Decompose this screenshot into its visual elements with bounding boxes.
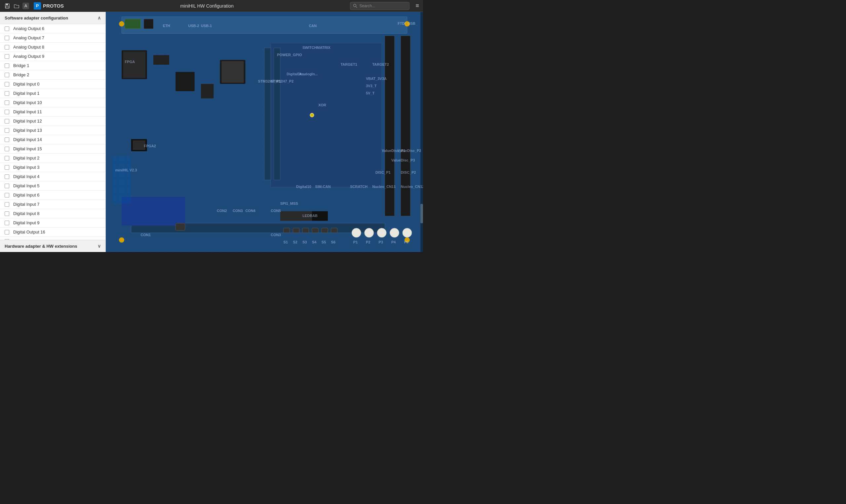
svg-rect-1 xyxy=(6,4,8,5)
sidebar-item-label: Digital Output 16 xyxy=(13,230,45,234)
sidebar-item-label: Bridge 2 xyxy=(13,72,29,77)
sidebar-item[interactable]: Analog Output 6 xyxy=(0,24,105,33)
sidebar-item-label: Digital Input 13 xyxy=(13,128,42,133)
search-box[interactable] xyxy=(350,2,409,10)
sidebar-checkbox[interactable] xyxy=(5,202,9,207)
sidebar-checkbox[interactable] xyxy=(5,147,9,151)
sidebar-checkbox[interactable] xyxy=(5,110,9,114)
software-section-header[interactable]: Software adapter configuration ∧ xyxy=(0,12,105,24)
sidebar-checkbox[interactable] xyxy=(5,138,9,142)
svg-point-43 xyxy=(377,228,386,237)
search-input[interactable] xyxy=(359,4,405,8)
sidebar-item-label: Digital Input 2 xyxy=(13,156,40,161)
sidebar-item-label: Digital Input 7 xyxy=(13,202,40,207)
sidebar-checkbox[interactable] xyxy=(5,221,9,225)
svg-rect-46 xyxy=(112,156,131,204)
sidebar-checkbox[interactable] xyxy=(5,211,9,216)
sidebar-item[interactable]: Digital Input 5 xyxy=(0,181,105,191)
sidebar-checkbox[interactable] xyxy=(5,128,9,133)
sidebar-checkbox[interactable] xyxy=(5,193,9,198)
sidebar-checkbox[interactable] xyxy=(5,230,9,234)
svg-rect-20 xyxy=(385,36,394,216)
sidebar-item[interactable]: Digital Input 3 xyxy=(0,163,105,172)
sidebar-item[interactable]: Digital Input 2 xyxy=(0,154,105,163)
sidebar-item[interactable]: Digital Output 16 xyxy=(0,228,105,237)
font-icon[interactable]: A xyxy=(22,3,29,9)
svg-rect-18 xyxy=(201,84,213,98)
sidebar-item-label: Digital Input 8 xyxy=(13,211,40,216)
svg-rect-21 xyxy=(401,36,410,216)
svg-rect-48 xyxy=(420,204,423,223)
sidebar-item[interactable]: Digital Input 8 xyxy=(0,209,105,218)
sidebar-checkbox[interactable] xyxy=(5,101,9,105)
sidebar-checkbox[interactable] xyxy=(5,184,9,188)
sidebar-item[interactable]: Digital Input 10 xyxy=(0,98,105,107)
svg-rect-8 xyxy=(122,17,407,34)
sidebar-item[interactable]: Digital Input 13 xyxy=(0,126,105,135)
sidebar-item[interactable]: Digital Input 6 xyxy=(0,191,105,200)
svg-point-41 xyxy=(352,228,361,237)
svg-rect-39 xyxy=(321,228,328,233)
sidebar-checkbox[interactable] xyxy=(5,174,9,179)
sidebar-item[interactable]: Digital Input 0 xyxy=(0,79,105,89)
svg-rect-36 xyxy=(293,228,299,233)
svg-rect-33 xyxy=(312,211,328,221)
sidebar-checkbox[interactable] xyxy=(5,73,9,77)
sidebar-item[interactable]: Analog Output 7 xyxy=(0,33,105,42)
sidebar-checkbox[interactable] xyxy=(5,165,9,170)
sidebar-item-label: Analog Output 7 xyxy=(13,35,44,40)
svg-rect-32 xyxy=(280,211,312,221)
svg-rect-29 xyxy=(125,19,141,29)
sidebar: Software adapter configuration ∧ Analog … xyxy=(0,12,106,252)
save-icon[interactable] xyxy=(4,3,11,9)
pcb-board[interactable]: ETHUSB-2USB-1CANFTDI_USBSWITCHMATRIXPOWE… xyxy=(106,12,423,252)
logo-text: PROTOS xyxy=(43,3,64,8)
sidebar-checkbox[interactable] xyxy=(5,82,9,87)
sidebar-item-label: Digital Input 12 xyxy=(13,119,42,124)
svg-point-23 xyxy=(405,21,410,26)
sidebar-item[interactable]: Digital Input 12 xyxy=(0,116,105,126)
sidebar-item[interactable]: Bridge 2 xyxy=(0,70,105,79)
svg-rect-2 xyxy=(6,6,9,8)
sidebar-item[interactable]: Analog Output 8 xyxy=(0,42,105,52)
window-title: miniHIL HW Configuration xyxy=(67,3,347,8)
sidebar-checkbox[interactable] xyxy=(5,119,9,124)
sidebar-item[interactable]: Digital Input 1 xyxy=(0,89,105,98)
hardware-section-header[interactable]: Hardware adapter & HW extensions ∨ xyxy=(0,240,105,252)
main-layout: Software adapter configuration ∧ Analog … xyxy=(0,12,423,252)
hardware-section-chevron[interactable]: ∨ xyxy=(98,244,101,249)
svg-point-44 xyxy=(390,228,399,237)
sidebar-checkbox[interactable] xyxy=(5,36,9,40)
sidebar-item[interactable]: Digital Input 14 xyxy=(0,135,105,144)
sidebar-item[interactable]: Digital Output 17 xyxy=(0,237,105,240)
sidebar-checkbox[interactable] xyxy=(5,45,9,50)
sidebar-item-label: Digital Input 6 xyxy=(13,193,40,198)
sidebar-checkbox[interactable] xyxy=(5,54,9,59)
sidebar-item[interactable]: Digital Input 7 xyxy=(0,200,105,209)
sidebar-item[interactable]: Digital Input 11 xyxy=(0,107,105,116)
topbar-icon-group: A xyxy=(4,3,29,9)
software-section-chevron[interactable]: ∧ xyxy=(98,15,101,20)
svg-rect-38 xyxy=(312,228,318,233)
sidebar-checkbox[interactable] xyxy=(5,64,9,68)
svg-point-26 xyxy=(310,113,314,117)
sidebar-item-label: Digital Input 3 xyxy=(13,165,40,170)
svg-point-22 xyxy=(119,21,124,26)
topbar: A P PROTOS miniHIL HW Configuration ≡ xyxy=(0,0,423,12)
svg-line-4 xyxy=(356,6,357,8)
sidebar-item[interactable]: Digital Input 15 xyxy=(0,144,105,154)
pcb-svg xyxy=(106,12,423,252)
folder-icon[interactable] xyxy=(13,3,20,9)
hardware-section-title: Hardware adapter & HW extensions xyxy=(5,244,77,249)
sidebar-item[interactable]: Digital Input 4 xyxy=(0,172,105,181)
menu-icon[interactable]: ≡ xyxy=(416,2,419,9)
svg-rect-34 xyxy=(175,223,185,231)
svg-rect-13 xyxy=(271,43,382,187)
sidebar-item[interactable]: Analog Output 9 xyxy=(0,52,105,61)
sidebar-checkbox[interactable] xyxy=(5,26,9,31)
sidebar-checkbox[interactable] xyxy=(5,91,9,96)
sidebar-item[interactable]: Bridge 1 xyxy=(0,61,105,70)
sidebar-checkbox[interactable] xyxy=(5,156,9,161)
sidebar-item[interactable]: Digital Input 9 xyxy=(0,218,105,228)
content-area: ETHUSB-2USB-1CANFTDI_USBSWITCHMATRIXPOWE… xyxy=(106,12,423,252)
